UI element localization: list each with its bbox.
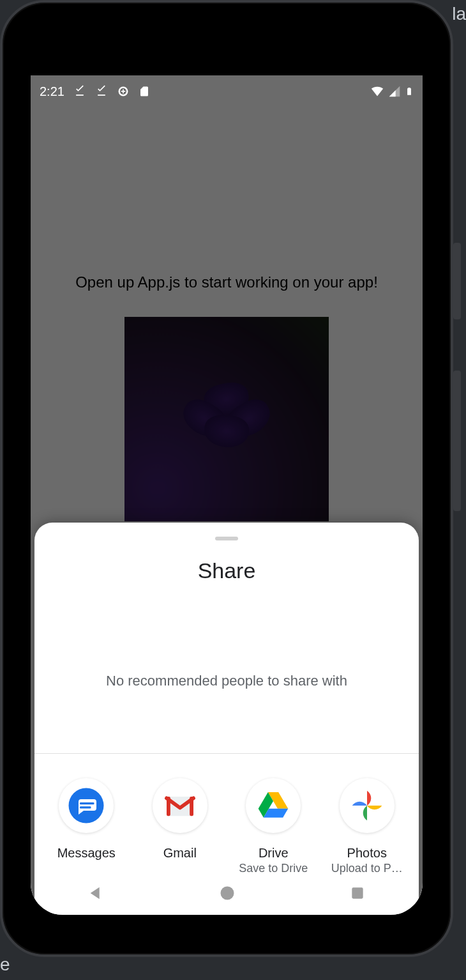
battery-icon xyxy=(405,84,414,98)
drive-icon xyxy=(246,778,301,833)
photos-icon xyxy=(340,778,395,833)
share-target-label: Messages xyxy=(57,846,116,861)
editor-crop-left: e xyxy=(0,954,10,975)
gmail-icon xyxy=(153,778,207,833)
share-target-sub: Upload to P… xyxy=(331,862,403,875)
data-saver-icon xyxy=(117,85,130,98)
svg-rect-6 xyxy=(80,806,91,808)
download-done-icon xyxy=(73,85,86,98)
share-targets-row: Messages Gmail Drive xyxy=(34,754,419,875)
share-target-sub: Save to Drive xyxy=(239,862,308,875)
svg-rect-9 xyxy=(190,797,193,816)
share-target-label: Drive xyxy=(259,846,289,861)
share-target-photos[interactable]: Photos Upload to P… xyxy=(320,778,414,875)
editor-crop-right: la xyxy=(452,4,466,24)
status-bar: 2:21 xyxy=(31,75,423,107)
drag-handle[interactable] xyxy=(215,537,238,540)
phone-volume-button xyxy=(453,371,461,511)
status-time: 2:21 xyxy=(40,84,64,99)
share-target-messages[interactable]: Messages xyxy=(40,778,133,875)
wifi-icon xyxy=(370,85,384,98)
share-recommendation-text: No recommended people to share with xyxy=(34,673,419,689)
svg-rect-8 xyxy=(167,797,170,816)
share-target-drive[interactable]: Drive Save to Drive xyxy=(227,778,320,875)
download-done-icon xyxy=(95,85,108,98)
share-target-label: Photos xyxy=(347,846,387,861)
share-target-gmail[interactable]: Gmail xyxy=(133,778,227,875)
share-target-label: Gmail xyxy=(163,846,197,861)
messages-icon xyxy=(59,778,114,833)
phone-power-button xyxy=(453,243,461,319)
cell-signal-icon xyxy=(388,85,401,98)
device-screen: Open up App.js to start working on your … xyxy=(31,75,423,915)
svg-rect-5 xyxy=(80,802,94,804)
share-sheet[interactable]: Share No recommended people to share wit… xyxy=(34,523,419,915)
svg-rect-3 xyxy=(121,91,126,92)
sd-card-icon xyxy=(139,85,150,98)
share-sheet-title: Share xyxy=(34,558,419,583)
device-frame: Open up App.js to start working on your … xyxy=(0,0,453,957)
